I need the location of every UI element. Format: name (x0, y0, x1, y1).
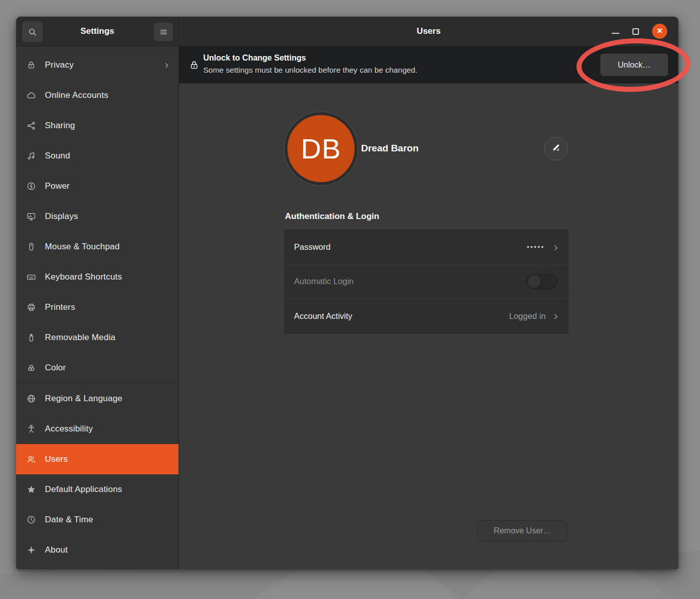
password-value: ••••• (527, 243, 545, 251)
star-icon (26, 484, 36, 495)
sidebar-item-label: About (45, 545, 168, 555)
account-activity-row[interactable]: Account Activity Logged in › (285, 299, 568, 333)
sidebar-item-keyboard-shortcuts[interactable]: Keyboard Shortcuts (16, 262, 179, 292)
user-name: Dread Baron (361, 143, 419, 154)
remove-user-button[interactable]: Remove User… (478, 520, 567, 541)
pencil-icon (551, 143, 561, 154)
sidebar-item-displays[interactable]: Displays (16, 201, 179, 232)
window-controls: × (612, 17, 667, 46)
clock-icon (26, 515, 36, 525)
automatic-login-row: Automatic Login (285, 264, 568, 299)
avatar[interactable]: DB (284, 112, 358, 185)
share-icon (26, 121, 36, 131)
sidebar-item-label: Region & Language (45, 394, 168, 404)
lock-icon (189, 59, 200, 71)
sidebar-item-label: Keyboard Shortcuts (45, 272, 168, 282)
chevron-right-icon: › (165, 60, 168, 71)
sidebar-item-online-accounts[interactable]: Online Accounts (16, 80, 179, 111)
sidebar-item-removable-media[interactable]: Removable Media (16, 322, 179, 353)
sidebar-item-label: Privacy (45, 60, 165, 70)
unlock-banner-text: Unlock to Change Settings Some settings … (203, 52, 418, 76)
globe-icon (26, 394, 36, 404)
primary-menu-button[interactable] (154, 22, 173, 41)
sidebar-item-label: Power (45, 181, 168, 191)
sidebar-item-label: Sound (45, 151, 168, 161)
printer-icon (26, 302, 36, 312)
users-icon (26, 454, 36, 464)
users-content: DB Dread Baron Authentication & Login Pa… (179, 83, 678, 569)
titlebar: Settings Users × (16, 17, 678, 46)
sparkle-icon (26, 545, 36, 555)
password-row[interactable]: Password ••••• › (285, 230, 568, 264)
sidebar-item-power[interactable]: Power (16, 171, 179, 201)
chevron-right-icon: › (554, 310, 558, 322)
accessibility-icon (26, 424, 36, 434)
close-button[interactable]: × (652, 24, 667, 39)
sidebar-item-sharing[interactable]: Sharing (16, 111, 179, 141)
color-icon (26, 363, 36, 373)
sidebar-item-accessibility[interactable]: Accessibility (16, 414, 179, 444)
mouse-icon (26, 242, 36, 252)
unlock-banner-title: Unlock to Change Settings (203, 52, 418, 64)
edit-user-button[interactable] (544, 137, 568, 160)
sidebar-item-sound[interactable]: Sound (16, 141, 179, 171)
sidebar-item-label: Default Applications (45, 484, 168, 495)
sidebar-item-default-applications[interactable]: Default Applications (16, 474, 179, 505)
sidebar-item-label: Sharing (45, 121, 168, 131)
cloud-icon (26, 90, 36, 100)
main-panel: Unlock to Change Settings Some settings … (179, 46, 678, 569)
sidebar-item-label: Date & Time (45, 515, 168, 525)
power-icon (26, 181, 36, 191)
sidebar-item-date-time[interactable]: Date & Time (16, 505, 179, 535)
unlock-button[interactable]: Unlock… (600, 53, 668, 76)
sidebar-title: Settings (80, 26, 114, 36)
sidebar-item-label: Color (45, 363, 168, 373)
account-activity-label: Account Activity (294, 311, 509, 321)
auth-login-card: Password ••••• › Automatic Login Account… (284, 230, 568, 334)
main-header: Users × (179, 17, 678, 46)
automatic-login-label: Automatic Login (294, 277, 527, 286)
lock-icon (26, 60, 36, 70)
hamburger-menu-icon (159, 28, 168, 36)
section-title: Authentication & Login (285, 211, 379, 222)
minimize-button[interactable] (612, 33, 619, 34)
unlock-banner-subtitle: Some settings must be unlocked before th… (203, 64, 418, 76)
password-label: Password (294, 242, 527, 252)
sidebar-item-region-language[interactable]: Region & Language (16, 384, 179, 414)
maximize-button[interactable] (632, 28, 639, 35)
settings-window: Settings Users × Privacy›Online Accounts… (16, 17, 678, 569)
sound-icon (26, 151, 36, 161)
sidebar-header: Settings (16, 17, 179, 46)
toggle-knob (527, 275, 541, 289)
sidebar-item-mouse-touchpad[interactable]: Mouse & Touchpad (16, 232, 179, 262)
sidebar-item-printers[interactable]: Printers (16, 292, 179, 322)
page-title: Users (417, 26, 440, 36)
display-icon (26, 211, 36, 222)
sidebar-item-label: Displays (45, 211, 168, 222)
sidebar-item-label: Accessibility (45, 424, 168, 434)
search-icon (28, 27, 37, 37)
account-activity-value: Logged in (509, 311, 546, 321)
sidebar-item-label: Users (45, 454, 168, 464)
chevron-right-icon: › (554, 241, 558, 253)
keyboard-icon (26, 272, 36, 282)
sidebar-item-color[interactable]: Color (16, 353, 179, 383)
automatic-login-toggle[interactable] (527, 274, 558, 289)
sidebar-item-privacy[interactable]: Privacy› (16, 50, 179, 80)
sidebar-item-label: Mouse & Touchpad (45, 242, 168, 252)
search-button[interactable] (22, 21, 43, 42)
sidebar-item-about[interactable]: About (16, 535, 179, 565)
sidebar-item-label: Removable Media (45, 333, 168, 343)
sidebar: Privacy›Online AccountsSharingSoundPower… (16, 46, 179, 569)
unlock-banner: Unlock to Change Settings Some settings … (179, 46, 678, 83)
usb-icon (26, 333, 36, 343)
sidebar-item-label: Online Accounts (45, 90, 168, 100)
sidebar-item-label: Printers (45, 302, 168, 312)
user-block: DB Dread Baron (284, 112, 678, 185)
sidebar-item-users[interactable]: Users (16, 444, 179, 474)
